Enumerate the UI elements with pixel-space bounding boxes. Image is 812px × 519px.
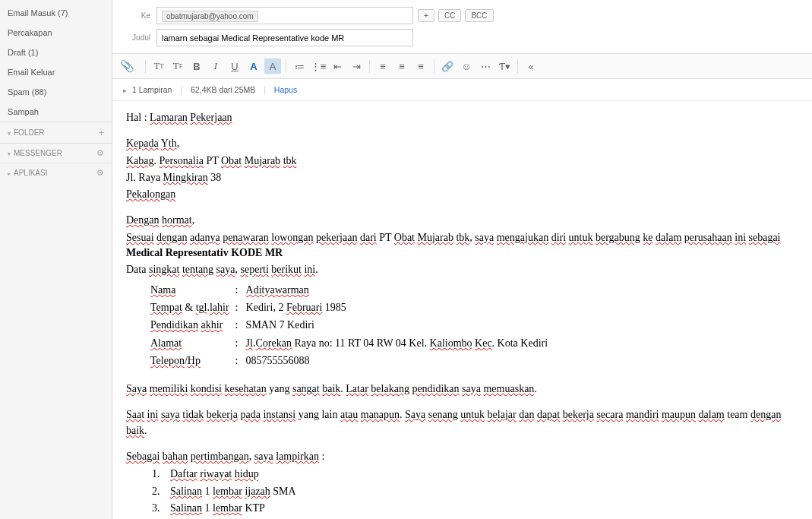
highlight-button[interactable]: A	[264, 59, 281, 74]
chevron-right-icon: ▸	[8, 170, 11, 177]
gear-icon[interactable]: ⚙	[96, 148, 104, 158]
to-label: Ke	[120, 11, 150, 20]
more-button[interactable]: ⋯	[477, 59, 494, 74]
sidebar-section-folder[interactable]: ▾FOLDER +	[0, 122, 112, 143]
link-button[interactable]: 🔗	[439, 59, 456, 74]
format-toolbar: 📎 TT TF B I U A A ≔ ⋮≡ ⇤ ⇥ ≡ ≡ ≡ 🔗 ☺ ⋯ Ƭ…	[112, 53, 812, 79]
add-recipient-button[interactable]: +	[418, 9, 434, 22]
text-color-button[interactable]: A	[245, 59, 262, 74]
attachment-bar: ▸ 1 Lampiran | 62,4KB dari 25MB | Hapus	[112, 79, 812, 101]
font-family-button[interactable]: TF	[169, 59, 186, 74]
font-size-button[interactable]: TT	[150, 59, 167, 74]
format-button[interactable]: Ƭ▾	[496, 59, 513, 74]
bold-button[interactable]: B	[188, 59, 205, 74]
cc-button[interactable]: CC	[438, 9, 461, 22]
indent-button[interactable]: ⇥	[348, 59, 365, 74]
sidebar-section-messenger[interactable]: ▾MESSENGER ⚙	[0, 143, 112, 163]
gear-icon[interactable]: ⚙	[96, 168, 104, 178]
number-list-button[interactable]: ⋮≡	[310, 59, 327, 74]
delete-attachment-link[interactable]: Hapus	[274, 85, 297, 94]
chevron-down-icon: ▾	[8, 150, 11, 157]
sidebar: Email Masuk (7) Percakapan Draft (1) Ema…	[0, 0, 112, 519]
sidebar-item-spam[interactable]: Spam (88)	[0, 82, 112, 102]
paperclip-icon[interactable]: 📎	[120, 59, 134, 73]
bullet-list-button[interactable]: ≔	[291, 59, 308, 74]
to-field[interactable]: obatmujarab@yahoo.com	[156, 7, 413, 24]
recipient-chip[interactable]: obatmujarab@yahoo.com	[162, 11, 258, 22]
attachment-size: 62,4KB dari 25MB	[191, 85, 255, 94]
sidebar-item-trash[interactable]: Sampah	[0, 102, 112, 122]
align-center-button[interactable]: ≡	[393, 59, 410, 74]
subject-label: Judul	[120, 33, 150, 42]
collapse-button[interactable]: «	[523, 59, 539, 74]
underline-button[interactable]: U	[226, 59, 243, 74]
email-body[interactable]: Hal : Lamaran Pekerjaan Kepada Yth, Kaba…	[112, 101, 812, 519]
sidebar-section-aplikasi[interactable]: ▸APLIKASI ⚙	[0, 163, 112, 182]
subject-input[interactable]	[156, 29, 413, 46]
emoji-button[interactable]: ☺	[458, 59, 475, 74]
bcc-button[interactable]: BCC	[465, 9, 493, 22]
attachment-count: 1 Lampiran	[132, 85, 172, 94]
sidebar-item-sent[interactable]: Email Keluar	[0, 62, 112, 82]
align-left-button[interactable]: ≡	[374, 59, 391, 74]
expand-icon[interactable]: ▸	[123, 87, 127, 94]
main-area: Ke obatmujarab@yahoo.com + CC BCC Judul …	[112, 0, 812, 519]
chevron-down-icon: ▾	[8, 130, 11, 137]
sidebar-item-draft[interactable]: Draft (1)	[0, 43, 112, 62]
sidebar-item-inbox[interactable]: Email Masuk (7)	[0, 3, 112, 23]
align-right-button[interactable]: ≡	[412, 59, 429, 74]
outdent-button[interactable]: ⇤	[329, 59, 346, 74]
italic-button[interactable]: I	[207, 59, 224, 74]
add-folder-icon[interactable]: +	[98, 127, 104, 138]
sidebar-item-conversation[interactable]: Percakapan	[0, 23, 112, 43]
attachment-list: Daftar riwayat hidup Salinan 1 lembar ij…	[163, 466, 798, 519]
applicant-info-table: Nama:Adityawarman Tempat & tgl.lahir:Ked…	[149, 281, 554, 371]
